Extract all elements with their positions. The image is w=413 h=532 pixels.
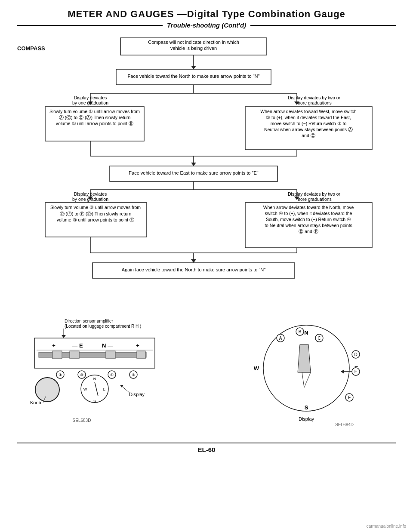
svg-text:E: E [354,369,358,374]
svg-text:A: A [279,336,282,341]
diagram-left: Direction sensor amplifier (Located on l… [22,317,192,430]
subtitle: Trouble-shooting (Cont'd) [17,22,396,29]
amplifier-diagram: Direction sensor amplifier (Located on l… [22,317,185,428]
svg-text:Ⓐ (Ⓒ) to Ⓒ (Ⓐ)  Then slowly re: Ⓐ (Ⓒ) to Ⓒ (Ⓐ) Then slowly return [59,115,131,120]
svg-text:Display deviates: Display deviates [74,191,107,197]
svg-rect-73 [70,351,79,359]
bottom-section: Direction sensor amplifier (Located on l… [17,317,396,430]
page-container: METER AND GAUGES —Digital Type Combinati… [0,0,413,462]
svg-text:W: W [254,365,259,372]
svg-text:Face vehicle toward the East t: Face vehicle toward the East to make sur… [129,170,258,175]
svg-text:Slowly turn volume ① until arr: Slowly turn volume ① until arrow moves f… [49,109,140,114]
svg-text:more graduations: more graduations [296,197,332,202]
svg-text:S: S [93,399,96,403]
svg-marker-4 [191,66,196,69]
svg-marker-31 [191,163,196,166]
page-number: EL-60 [198,446,216,453]
svg-text:+: + [136,342,139,349]
svg-text:more graduations: more graduations [296,100,332,105]
svg-text:②: ② [132,373,135,377]
svg-text:by one graduation: by one graduation [72,197,108,202]
svg-text:Compass will not indicate dire: Compass will not indicate direction in w… [148,40,239,45]
svg-text:Display deviates: Display deviates [74,95,107,100]
svg-text:+: + [52,342,55,349]
svg-text:E: E [103,387,105,391]
svg-marker-114 [298,344,311,372]
compass-diagram: N W E S A B C D E [233,317,379,428]
svg-text:W: W [83,387,87,391]
svg-text:South, move switch to (−)  Ret: South, move switch to (−) Return switch … [266,217,351,222]
svg-rect-74 [106,351,115,359]
diagram-right: N W E S A B C D E [221,317,391,430]
svg-text:and Ⓒ: and Ⓒ [302,133,315,138]
svg-text:Display deviates by two or: Display deviates by two or [288,191,340,197]
svg-text:Again face vehicle toward the : Again face vehicle toward the North to m… [122,267,265,272]
svg-text:When arrow deviates toward the: When arrow deviates toward the North, mo… [263,205,354,210]
svg-point-76 [35,378,59,402]
svg-text:by one graduation: by one graduation [72,100,108,105]
svg-marker-64 [62,335,66,338]
svg-text:Display: Display [299,416,314,421]
svg-text:Display deviates by two or: Display deviates by two or [288,95,340,100]
svg-marker-58 [191,259,196,263]
svg-text:volume ① until arrow points to: volume ① until arrow points to point Ⓑ [56,121,133,126]
svg-text:N —: N — [102,342,113,349]
svg-text:② to (+), when it deviates tow: ② to (+), when it deviates toward the Ea… [266,115,351,120]
svg-text:D: D [354,352,358,357]
flowchart-svg: Compass will not indicate direction in w… [43,36,413,302]
svg-text:①: ① [110,373,114,377]
svg-rect-72 [52,351,62,359]
svg-line-94 [122,386,130,393]
svg-text:(Located on luggage compartmen: (Located on luggage compartment R H ) [65,324,141,329]
svg-text:SEL684D: SEL684D [335,422,354,427]
watermark: carmanualonline.info [367,524,406,529]
svg-text:SEL683D: SEL683D [73,418,91,423]
flowchart-section: COMPASS Compass will not indicate direct… [17,36,396,304]
svg-text:C: C [318,336,321,341]
svg-text:Ⓓ (Ⓕ) to Ⓕ (Ⓓ)  Then slowly re: Ⓓ (Ⓕ) to Ⓕ (Ⓓ) Then slowly return [60,211,132,216]
svg-text:to Neutral when arrow stays be: to Neutral when arrow stays between poin… [265,223,352,228]
svg-text:Neutral when arrow stays betwe: Neutral when arrow stays between points … [264,127,353,132]
svg-rect-75 [137,351,145,359]
svg-text:move switch to (−)  Return swi: move switch to (−) Return switch ② to [271,121,347,126]
svg-text:When arrow deviates toward Wes: When arrow deviates toward West, move sw… [260,109,356,114]
main-title: METER AND GAUGES —Digital Type Combinati… [17,9,396,20]
compass-label: COMPASS [17,45,45,52]
svg-text:④: ④ [59,373,62,377]
svg-text:Display: Display [129,392,145,397]
svg-text:Ⓓ and Ⓕ: Ⓓ and Ⓕ [299,229,318,234]
svg-text:vehicle is being driven: vehicle is being driven [170,46,217,51]
svg-text:switch ④ to (+), when it devia: switch ④ to (+), when it deviates toward… [265,211,352,216]
svg-text:N: N [305,329,308,336]
page-footer: EL-60 [17,443,396,453]
svg-text:Face vehicle toward the North : Face vehicle toward the North to make su… [128,74,260,79]
svg-text:③: ③ [80,373,83,377]
svg-text:Slowly turn volume ③ until arr: Slowly turn volume ③ until arrow moves f… [50,205,141,210]
svg-text:Direction sensor amplifier: Direction sensor amplifier [65,319,113,323]
svg-text:— E: — E [72,342,83,349]
svg-text:volume ③ until arrow points to: volume ③ until arrow points to point Ⓔ [57,217,134,222]
svg-text:Knob: Knob [30,400,41,405]
svg-text:S: S [305,404,308,411]
svg-text:N: N [93,377,96,381]
svg-text:B: B [299,329,302,334]
svg-text:F: F [348,395,351,400]
